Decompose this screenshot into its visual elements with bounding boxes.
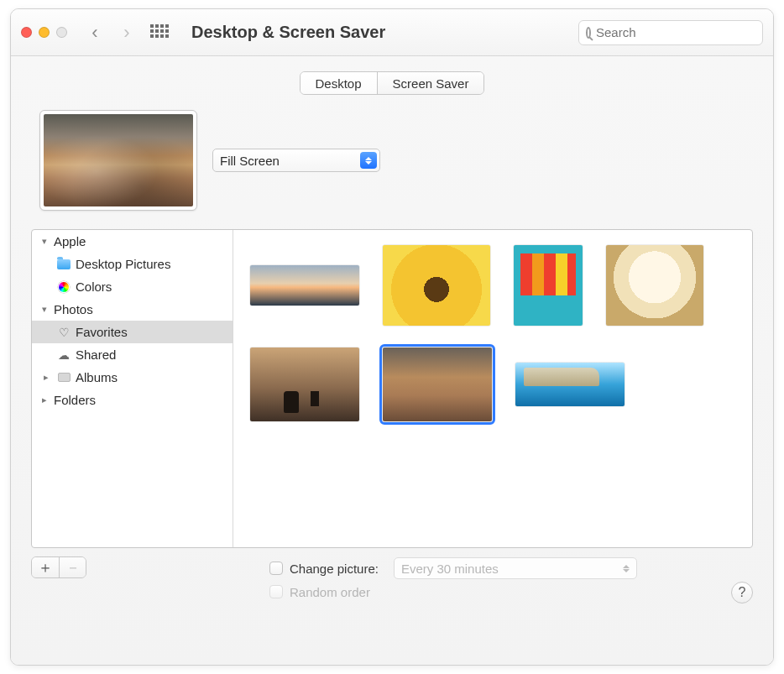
thumbnail-grid [233,230,752,547]
heart-icon: ♡ [55,326,72,339]
chevron-right-icon: › [123,24,129,42]
sidebar-item-colors[interactable]: Colors [32,275,233,298]
close-button[interactable] [21,27,32,38]
cloud-icon: ☁ [55,348,72,362]
sidebar-group-photos[interactable]: ▾ Photos [32,298,233,321]
random-order-checkbox [269,585,283,598]
thumbnail[interactable] [250,347,359,421]
fit-mode-popup[interactable]: Fill Screen [212,149,380,172]
random-order-label: Random order [290,585,370,599]
albums-icon [58,373,71,382]
tab-segmented-control: Desktop Screen Saver [300,71,485,95]
footer-controls: ＋ － Change picture: Every 30 minutes [31,556,753,603]
popup-stepper-icon [619,562,633,575]
disclosure-right-icon: ▸ [40,372,52,383]
search-field[interactable] [578,20,763,45]
sidebar-item-albums[interactable]: ▸ Albums [32,366,233,389]
remove-folder-button: － [59,557,86,577]
change-interval-popup: Every 30 minutes [394,557,637,579]
search-icon [586,27,591,39]
sidebar-item-desktop-pictures[interactable]: Desktop Pictures [32,253,233,275]
source-split: ▾ Apple Desktop Pictures Colors ▾ Photos… [31,229,753,548]
folder-icon [57,259,71,269]
add-remove-segmented: ＋ － [31,556,86,578]
tab-desktop[interactable]: Desktop [301,72,377,94]
source-sidebar: ▾ Apple Desktop Pictures Colors ▾ Photos… [32,230,233,547]
disclosure-down-icon: ▾ [39,304,50,315]
sidebar-group-folders[interactable]: ▸ Folders [32,389,233,411]
search-input[interactable] [596,25,755,39]
disclosure-down-icon: ▾ [39,236,50,247]
add-folder-button[interactable]: ＋ [32,557,59,577]
window-title: Desktop & Screen Saver [191,23,385,42]
popup-stepper-icon [360,152,377,169]
change-picture-label: Change picture: [290,562,379,576]
thumbnail[interactable] [606,245,703,326]
zoom-button-disabled [56,27,67,38]
sidebar-item-shared[interactable]: ☁ Shared [32,343,233,366]
desktop-preview-image [44,114,193,206]
thumbnail-selected[interactable] [383,347,492,421]
grid-icon [150,24,167,41]
sidebar-group-apple[interactable]: ▾ Apple [32,230,233,253]
back-button[interactable]: ‹ [82,21,107,44]
thumbnail[interactable] [250,265,359,306]
thumbnail[interactable] [514,245,583,326]
preferences-window: { "titlebar": { "title": "Desktop & Scre… [10,8,774,666]
titlebar: ‹ › Desktop & Screen Saver [11,9,773,56]
show-all-button[interactable] [146,21,171,44]
thumbnail[interactable] [383,245,490,326]
sidebar-item-favorites[interactable]: ♡ Favorites [32,321,233,343]
help-button[interactable]: ? [731,582,753,603]
forward-button: › [114,21,139,44]
change-picture-checkbox[interactable] [269,562,283,575]
desktop-preview [39,110,197,211]
disclosure-right-icon: ▸ [39,394,50,405]
chevron-left-icon: ‹ [91,24,97,42]
change-picture-row: Change picture: Every 30 minutes [269,556,637,580]
thumbnail[interactable] [515,363,625,406]
pane-body: Desktop Screen Saver Fill Screen ▾ Apple [11,56,773,665]
color-wheel-icon [58,281,70,293]
minimize-button[interactable] [39,27,50,38]
window-controls [21,27,67,38]
change-interval-value: Every 30 minutes [401,562,499,576]
fit-mode-value: Fill Screen [220,154,280,168]
tab-screen-saver[interactable]: Screen Saver [377,72,484,94]
random-order-row: Random order [269,580,637,603]
